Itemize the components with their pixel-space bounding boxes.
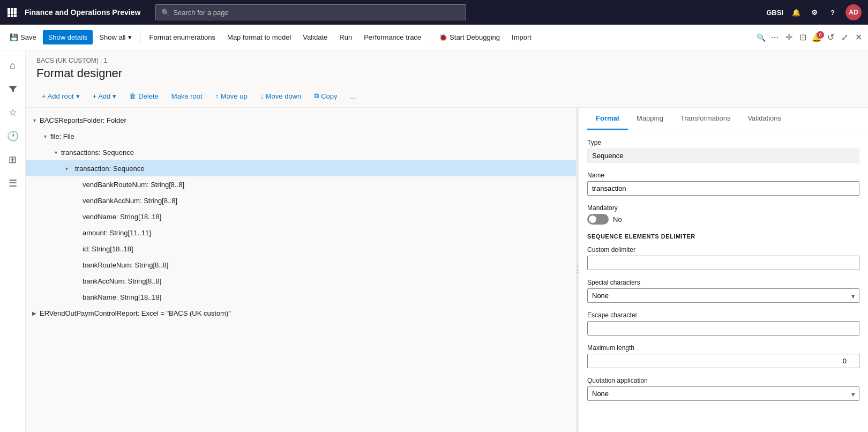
save-button[interactable]: 💾 Save [4,30,42,44]
special-chars-select[interactable]: None CR LF CR+LF [587,288,859,303]
toolbar-close-icon[interactable]: ✕ [853,32,864,43]
quotation-select[interactable]: None All Conditional [587,386,859,401]
copy-button[interactable]: ⧉ Copy [309,89,342,103]
move-up-button[interactable]: ↑ Move up [210,90,253,103]
right-panel: FormatMappingTransformationsValidations … [579,108,868,432]
tree-toggle[interactable]: ▾ [62,164,71,173]
tree-node[interactable]: bankAccNum: String[8..8] [26,273,576,289]
tree-node[interactable]: amount: String[11..11] [26,225,576,241]
right-panel-content: Type Name Mandatory No [579,130,868,418]
tree-node-label: vendBankRouteNum: String[8..8] [83,181,184,189]
settings-icon[interactable]: ⚙ [809,7,820,18]
delete-button[interactable]: 🗑 Delete [124,90,164,103]
avatar[interactable]: AD [845,4,862,20]
tree-toggle[interactable] [73,212,81,221]
add-root-button[interactable]: + Add root ▾ [36,90,85,103]
tree-node[interactable]: vendName: String[18..18] [26,208,576,225]
more-button[interactable]: ... [345,90,362,103]
tree-toggle[interactable]: ▾ [41,132,49,140]
tree-toggle[interactable] [73,228,81,237]
tree-node[interactable]: ▾ BACSReportsFolder: Folder [26,112,576,128]
tree-toggle[interactable] [73,244,81,253]
toolbar-expand-icon[interactable]: ⊡ [797,32,808,43]
map-format-to-model-button[interactable]: Map format to model [222,30,296,44]
top-navigation: Finance and Operations Preview 🔍 GBSI 🔔 … [0,0,868,25]
tree-node[interactable]: vendBankAccNum: String[8..8] [26,192,576,208]
grid-icon[interactable] [6,7,17,18]
tab-validations[interactable]: Validations [739,108,790,130]
validate-button[interactable]: Validate [297,30,333,44]
import-button[interactable]: Import [506,30,537,44]
add-button[interactable]: + Add ▾ [87,90,122,103]
tree-node-label: vendName: String[18..18] [83,213,161,221]
notification-icon[interactable]: 🔔 [791,7,802,18]
tree-toggle[interactable]: ▾ [51,148,60,157]
special-chars-select-wrapper: None CR LF CR+LF [587,288,859,303]
tree-node[interactable]: id: String[18..18] [26,241,576,257]
max-length-label: Maximum length [587,344,859,352]
show-details-button[interactable]: Show details [43,30,93,44]
make-root-button[interactable]: Make root [166,90,208,103]
toolbar-search-icon[interactable]: 🔍 [755,32,766,43]
toolbar-more-icon[interactable]: ··· [769,32,780,43]
help-icon[interactable]: ? [827,7,838,18]
tree-node[interactable]: ▾ transactions: Sequence [26,144,576,160]
show-all-button[interactable]: Show all ▾ [94,30,137,44]
svg-rect-0 [8,8,10,11]
toolbar-refresh-icon[interactable]: ↺ [825,32,836,43]
type-input [587,148,859,163]
name-field-group: Name [587,172,859,196]
tree-toggle[interactable] [73,180,81,189]
name-input[interactable] [587,181,859,196]
tree-node[interactable]: ▾ transaction: Sequence [26,160,576,176]
escape-char-input[interactable] [587,321,859,336]
tree-toggle[interactable]: ▶ [30,309,39,317]
tree-node[interactable]: bankRouteNum: String[8..8] [26,257,576,273]
tree-toggle[interactable] [73,277,81,285]
format-enumerations-button[interactable]: Format enumerations [144,30,221,44]
top-nav-right: GBSI 🔔 ⚙ ? AD [766,4,862,20]
search-bar[interactable]: 🔍 [155,4,466,20]
performance-trace-button[interactable]: Performance trace [358,30,426,44]
toolbar-crosshair-icon[interactable]: ✛ [783,32,794,43]
second-toolbar: 💾 Save Show details Show all ▾ Format en… [0,25,868,50]
start-debugging-button[interactable]: 🐞 Start Debugging [433,30,505,44]
sidebar-recent-icon[interactable]: 🕐 [2,125,24,147]
toolbar-popout-icon[interactable]: ⤢ [839,32,850,43]
tree-toggle[interactable] [73,293,81,301]
tree-node[interactable]: bankName: String[18..18] [26,289,576,305]
tab-format[interactable]: Format [587,108,628,130]
toggle-knob [589,215,596,223]
sidebar-workspace-icon[interactable]: ⊞ [2,149,24,170]
sidebar-star-icon[interactable]: ☆ [2,102,24,123]
tree-toggle[interactable] [73,260,81,269]
right-panel-tabs: FormatMappingTransformationsValidations [579,108,868,130]
tree-node[interactable]: ▾ file: File [26,128,576,144]
breadcrumb: BACS (UK CUSTOM) : 1 [36,57,857,64]
tree-toggle[interactable]: ▾ [30,116,39,124]
tree-node[interactable]: ▶ ERVendOutPaymControlReport: Excel = "B… [26,305,576,321]
toolbar-badge-icon[interactable]: 🔔 0 [811,32,822,43]
copy-icon: ⧉ [314,92,319,100]
sidebar-list-icon[interactable]: ☰ [2,173,24,194]
mandatory-toggle[interactable] [587,214,609,225]
tree-toggle[interactable] [73,196,81,205]
region-code[interactable]: GBSI [766,9,783,17]
custom-delimiter-input[interactable] [587,256,859,270]
svg-rect-7 [11,14,13,17]
move-down-button[interactable]: ↓ Move down [255,90,307,103]
tab-transformations[interactable]: Transformations [672,108,739,130]
search-input[interactable] [173,9,460,17]
type-label: Type [587,139,859,146]
quotation-label: Quotation application [587,377,859,384]
tree-node[interactable]: vendBankRouteNum: String[8..8] [26,176,576,192]
run-button[interactable]: Run [334,30,357,44]
tab-mapping[interactable]: Mapping [628,108,672,130]
add-root-chevron: ▾ [76,92,80,100]
svg-rect-3 [8,11,10,14]
sidebar-filter-icon[interactable] [2,78,24,100]
max-length-input[interactable] [587,354,859,368]
sidebar-home-icon[interactable]: ⌂ [2,55,24,76]
escape-char-label: Escape character [587,311,859,319]
svg-rect-8 [14,14,17,17]
